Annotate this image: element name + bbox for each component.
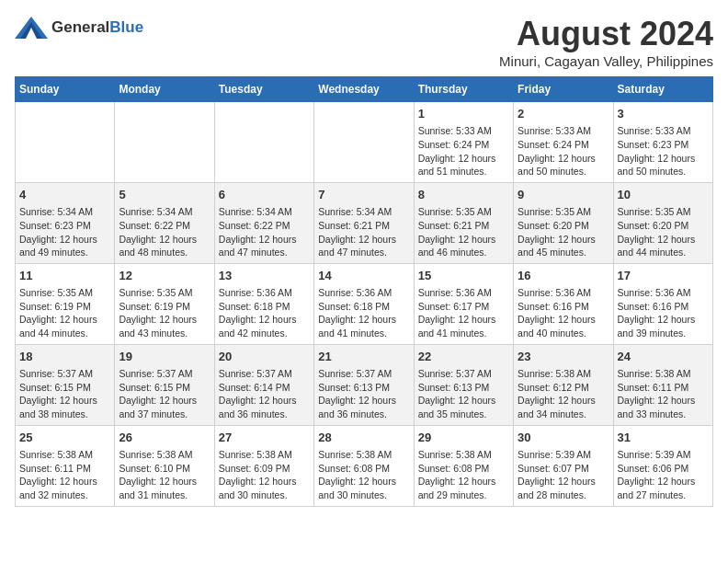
daylight-text: Daylight: 12 hours and 37 minutes. <box>119 395 197 419</box>
sunrise-text: Sunrise: 5:37 AM <box>219 368 292 379</box>
sunset-text: Sunset: 6:18 PM <box>219 301 290 312</box>
day-number: 27 <box>219 430 310 446</box>
sunset-text: Sunset: 6:20 PM <box>618 220 689 231</box>
daylight-text: Daylight: 12 hours and 47 minutes. <box>318 234 396 259</box>
sunset-text: Sunset: 6:11 PM <box>618 382 689 393</box>
sunset-text: Sunset: 6:07 PM <box>518 463 589 474</box>
table-row: 25Sunrise: 5:38 AMSunset: 6:11 PMDayligh… <box>16 425 115 506</box>
sunset-text: Sunset: 6:19 PM <box>119 301 190 312</box>
sunset-text: Sunset: 6:21 PM <box>318 220 390 231</box>
daylight-text: Daylight: 12 hours and 46 minutes. <box>418 234 496 259</box>
sunrise-text: Sunrise: 5:34 AM <box>119 206 192 217</box>
table-row: 16Sunrise: 5:36 AMSunset: 6:16 PMDayligh… <box>514 263 613 344</box>
sunrise-text: Sunrise: 5:37 AM <box>318 368 392 379</box>
daylight-text: Daylight: 12 hours and 50 minutes. <box>518 153 596 178</box>
daylight-text: Daylight: 12 hours and 28 minutes. <box>518 476 596 500</box>
sunrise-text: Sunrise: 5:38 AM <box>418 449 492 460</box>
daylight-text: Daylight: 12 hours and 36 minutes. <box>318 395 396 419</box>
sunset-text: Sunset: 6:23 PM <box>19 220 91 231</box>
sunrise-text: Sunrise: 5:36 AM <box>518 287 591 298</box>
sunset-text: Sunset: 6:08 PM <box>418 463 490 474</box>
calendar-week-row: 1Sunrise: 5:33 AMSunset: 6:24 PMDaylight… <box>16 102 713 183</box>
sunset-text: Sunset: 6:11 PM <box>19 463 91 474</box>
daylight-text: Daylight: 12 hours and 34 minutes. <box>518 395 596 419</box>
header-tuesday: Tuesday <box>214 77 313 102</box>
day-number: 19 <box>119 349 210 365</box>
daylight-text: Daylight: 12 hours and 44 minutes. <box>19 314 97 339</box>
sunset-text: Sunset: 6:16 PM <box>618 301 689 312</box>
table-row: 18Sunrise: 5:37 AMSunset: 6:15 PMDayligh… <box>16 344 115 425</box>
table-row: 3Sunrise: 5:33 AMSunset: 6:23 PMDaylight… <box>613 102 712 183</box>
sunrise-text: Sunrise: 5:33 AM <box>618 125 691 136</box>
day-number: 21 <box>318 349 409 365</box>
table-row: 13Sunrise: 5:36 AMSunset: 6:18 PMDayligh… <box>214 263 313 344</box>
table-row: 5Sunrise: 5:34 AMSunset: 6:22 PMDaylight… <box>115 182 214 263</box>
header-wednesday: Wednesday <box>314 77 414 102</box>
sunrise-text: Sunrise: 5:35 AM <box>19 287 93 298</box>
day-number: 3 <box>618 106 709 122</box>
calendar-table: Sunday Monday Tuesday Wednesday Thursday… <box>15 76 713 507</box>
calendar-week-row: 11Sunrise: 5:35 AMSunset: 6:19 PMDayligh… <box>16 263 713 344</box>
sunset-text: Sunset: 6:15 PM <box>19 382 91 393</box>
table-row: 20Sunrise: 5:37 AMSunset: 6:14 PMDayligh… <box>214 344 313 425</box>
sunrise-text: Sunrise: 5:33 AM <box>418 125 492 136</box>
sunrise-text: Sunrise: 5:37 AM <box>19 368 93 379</box>
daylight-text: Daylight: 12 hours and 48 minutes. <box>119 234 197 259</box>
table-row <box>16 102 115 183</box>
daylight-text: Daylight: 12 hours and 39 minutes. <box>618 314 696 339</box>
daylight-text: Daylight: 12 hours and 49 minutes. <box>19 234 97 259</box>
day-number: 4 <box>19 187 110 203</box>
sunset-text: Sunset: 6:23 PM <box>618 139 689 150</box>
day-number: 6 <box>219 187 310 203</box>
day-number: 10 <box>618 187 709 203</box>
sunrise-text: Sunrise: 5:36 AM <box>219 287 292 298</box>
logo-general-text: GeneralBlue <box>51 18 143 37</box>
day-number: 25 <box>19 430 110 446</box>
daylight-text: Daylight: 12 hours and 44 minutes. <box>618 234 696 259</box>
table-row: 21Sunrise: 5:37 AMSunset: 6:13 PMDayligh… <box>314 344 414 425</box>
sunrise-text: Sunrise: 5:33 AM <box>518 125 591 136</box>
sunset-text: Sunset: 6:13 PM <box>418 382 490 393</box>
day-number: 18 <box>19 349 110 365</box>
sunrise-text: Sunrise: 5:35 AM <box>518 206 591 217</box>
sunset-text: Sunset: 6:20 PM <box>518 220 589 231</box>
sunset-text: Sunset: 6:24 PM <box>418 139 490 150</box>
sunrise-text: Sunrise: 5:38 AM <box>19 449 93 460</box>
header-thursday: Thursday <box>414 77 513 102</box>
sunrise-text: Sunrise: 5:39 AM <box>618 449 691 460</box>
main-title: August 2024 <box>499 15 713 53</box>
subtitle: Minuri, Cagayan Valley, Philippines <box>499 53 713 69</box>
day-number: 31 <box>618 430 709 446</box>
sunset-text: Sunset: 6:13 PM <box>318 382 390 393</box>
table-row: 6Sunrise: 5:34 AMSunset: 6:22 PMDaylight… <box>214 182 313 263</box>
daylight-text: Daylight: 12 hours and 45 minutes. <box>518 234 596 259</box>
daylight-text: Daylight: 12 hours and 51 minutes. <box>418 153 496 178</box>
daylight-text: Daylight: 12 hours and 43 minutes. <box>119 314 197 339</box>
daylight-text: Daylight: 12 hours and 41 minutes. <box>418 314 496 339</box>
sunset-text: Sunset: 6:17 PM <box>418 301 490 312</box>
sunset-text: Sunset: 6:19 PM <box>19 301 91 312</box>
table-row: 15Sunrise: 5:36 AMSunset: 6:17 PMDayligh… <box>414 263 513 344</box>
calendar-week-row: 18Sunrise: 5:37 AMSunset: 6:15 PMDayligh… <box>16 344 713 425</box>
day-number: 8 <box>418 187 509 203</box>
day-number: 1 <box>418 106 509 122</box>
sunset-text: Sunset: 6:22 PM <box>219 220 290 231</box>
day-number: 24 <box>618 349 709 365</box>
day-number: 26 <box>119 430 210 446</box>
sunrise-text: Sunrise: 5:34 AM <box>219 206 292 217</box>
table-row: 8Sunrise: 5:35 AMSunset: 6:21 PMDaylight… <box>414 182 513 263</box>
day-number: 28 <box>318 430 409 446</box>
table-row: 11Sunrise: 5:35 AMSunset: 6:19 PMDayligh… <box>16 263 115 344</box>
header-monday: Monday <box>115 77 214 102</box>
sunset-text: Sunset: 6:14 PM <box>219 382 290 393</box>
table-row: 9Sunrise: 5:35 AMSunset: 6:20 PMDaylight… <box>514 182 613 263</box>
daylight-text: Daylight: 12 hours and 30 minutes. <box>219 476 297 500</box>
sunrise-text: Sunrise: 5:38 AM <box>119 449 192 460</box>
day-number: 5 <box>119 187 210 203</box>
sunset-text: Sunset: 6:06 PM <box>618 463 689 474</box>
table-row: 31Sunrise: 5:39 AMSunset: 6:06 PMDayligh… <box>613 425 712 506</box>
table-row: 30Sunrise: 5:39 AMSunset: 6:07 PMDayligh… <box>514 425 613 506</box>
sunrise-text: Sunrise: 5:37 AM <box>119 368 192 379</box>
day-number: 17 <box>618 268 709 284</box>
table-row: 19Sunrise: 5:37 AMSunset: 6:15 PMDayligh… <box>115 344 214 425</box>
